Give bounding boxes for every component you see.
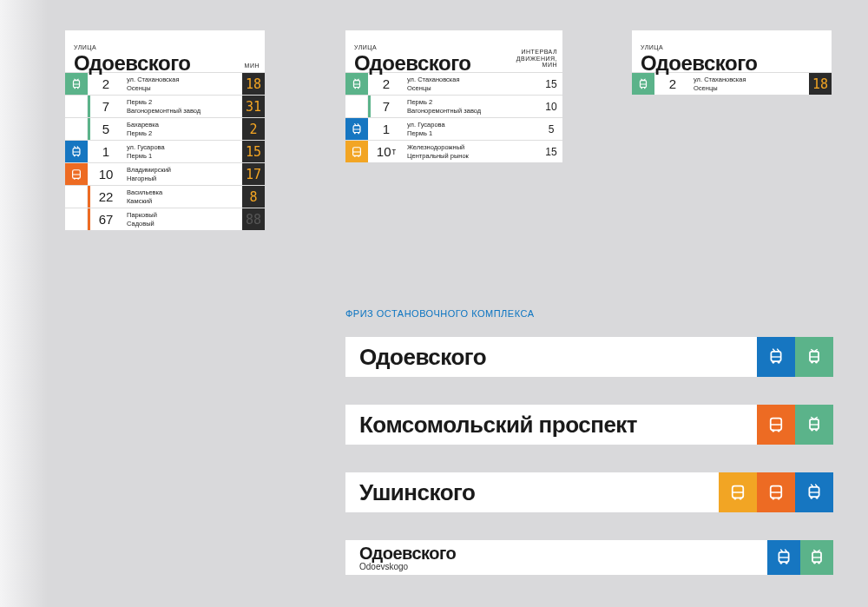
route-type-icon-blank — [65, 186, 88, 208]
route-type-icon-cell — [65, 141, 88, 162]
route-number: 2 — [371, 73, 402, 95]
route-destinations: ВасильевкаКамский — [122, 186, 242, 208]
trolley-icon — [351, 123, 363, 135]
tram-icon — [806, 416, 823, 433]
trolley-icon — [775, 549, 792, 566]
route-number: 22 — [90, 186, 122, 208]
route-destinations: ул. ГусароваПермь 1 — [122, 141, 242, 162]
tram-icon — [806, 348, 823, 366]
arrival-time: 31 — [242, 96, 265, 117]
dest-line-1: ул. Гусарова — [127, 143, 242, 152]
route-destinations: ЖелезнодорожныйЦентральный рынок — [402, 141, 540, 162]
frieze-icon-box — [719, 472, 757, 512]
frieze-title: Одоевского — [359, 544, 767, 564]
dest-line-1: Железнодорожный — [407, 143, 540, 152]
route-row: 10тЖелезнодорожныйЦентральный рынок15 — [345, 140, 562, 162]
route-number-suffix: т — [392, 147, 397, 156]
bus-icon — [351, 146, 363, 158]
route-row: 10ВладимирскийНагорный17 — [65, 162, 265, 185]
frieze-label: Одоевского — [345, 337, 757, 377]
trolley-icon — [767, 348, 785, 366]
route-row: 1ул. ГусароваПермь 15 — [345, 117, 562, 140]
trolley-icon — [70, 146, 82, 158]
arrival-time: 2 — [242, 118, 265, 140]
section-heading-frieze: ФРИЗ ОСТАНОВОЧНОГО КОМПЛЕКСА — [345, 308, 535, 319]
arrival-time: 15 — [540, 141, 562, 162]
route-number: 10т — [371, 141, 402, 162]
bus-icon — [70, 168, 82, 181]
route-row: 2ул. СтахановскаяОсенцы15 — [345, 72, 562, 95]
route-number: 67 — [90, 208, 122, 230]
route-type-icon-cell — [65, 163, 88, 185]
route-row: 7Пермь 2Вагоноремонтный завод10 — [345, 95, 562, 117]
dest-line-2: Центральный рынок — [407, 152, 540, 161]
route-type-icon-blank — [65, 96, 88, 117]
route-number: 5 — [90, 118, 122, 140]
dest-line-1: Парковый — [127, 211, 242, 220]
street-label: УЛИЦА — [74, 44, 96, 50]
street-label: УЛИЦА — [354, 44, 377, 50]
street-label: УЛИЦА — [641, 44, 663, 50]
route-number: 2 — [657, 73, 688, 95]
interval-label: ИНТЕРВАЛ ДВИЖЕНИЯ, МИН — [514, 49, 557, 69]
route-type-icon-blank — [65, 208, 88, 230]
min-label: МИН — [245, 63, 260, 69]
route-type-icon-blank — [345, 96, 368, 117]
dest-line-1: ул. Гусарова — [407, 121, 540, 129]
timetable-panel-1: УЛИЦА Одоевского МИН 2ул. СтахановскаяОс… — [65, 30, 265, 230]
frieze-bar: Комсомольский проспект — [345, 405, 833, 445]
timetable-panel-3: УЛИЦА Одоевского 2ул. СтахановскаяОсенцы… — [632, 30, 832, 95]
dest-line-2: Пермь 1 — [127, 152, 242, 161]
route-destinations: Пермь 2Вагоноремонтный завод — [122, 96, 242, 117]
frieze-title: Одоевского — [359, 344, 757, 371]
route-row: 1ул. ГусароваПермь 115 — [65, 140, 265, 162]
stop-title: Одоевского — [74, 53, 256, 74]
route-destinations: ул. СтахановскаяОсенцы — [688, 73, 809, 95]
frieze-icon-box — [757, 337, 795, 377]
route-row: 2ул. СтахановскаяОсенцы18 — [632, 72, 832, 95]
dest-line-2: Осенцы — [407, 84, 540, 93]
frieze-title: Ушинского — [359, 479, 719, 506]
dest-line-2: Вагоноремонтный завод — [127, 107, 242, 115]
dest-line-2: Пермь 1 — [407, 129, 540, 138]
tram-icon — [808, 549, 825, 566]
bus-icon — [767, 484, 785, 501]
bus-icon — [729, 484, 746, 501]
dest-line-2: Пермь 2 — [127, 129, 242, 138]
route-type-icon-cell — [65, 73, 88, 95]
dest-line-1: Пермь 2 — [407, 98, 540, 107]
tram-icon — [351, 78, 363, 90]
frieze-bar: ОдоевскогоOdoevskogo — [345, 540, 833, 575]
route-number: 1 — [371, 118, 402, 140]
route-destinations: ул. СтахановскаяОсенцы — [122, 73, 242, 95]
dest-line-2: Осенцы — [694, 84, 809, 93]
dest-line-2: Осенцы — [127, 84, 242, 93]
frieze-icon-box — [795, 337, 833, 377]
frieze-bar: Одоевского — [345, 337, 833, 377]
frieze-label: Комсомольский проспект — [345, 405, 757, 445]
dest-line-1: Бахаревка — [127, 121, 242, 129]
dest-line-2: Камский — [127, 197, 242, 206]
route-destinations: ПарковыйСадовый — [122, 208, 242, 230]
route-number: 1 — [90, 141, 122, 162]
arrival-time: 5 — [540, 118, 562, 140]
arrival-time: 10 — [540, 96, 562, 117]
arrival-time: 18 — [242, 73, 265, 95]
arrival-time: 8 — [242, 186, 265, 208]
dest-line-2: Нагорный — [127, 175, 242, 183]
dest-line-2: Вагоноремонтный завод — [407, 107, 540, 115]
frieze-bar: Ушинского — [345, 472, 833, 512]
timetable-panel-2: УЛИЦА Одоевского ИНТЕРВАЛ ДВИЖЕНИЯ, МИН … — [345, 30, 562, 162]
route-row: 22ВасильевкаКамский8 — [65, 185, 265, 208]
dest-line-2: Садовый — [127, 220, 242, 228]
route-row: 2ул. СтахановскаяОсенцы18 — [65, 72, 265, 95]
frieze-icon-box — [795, 472, 833, 512]
route-destinations: ул. СтахановскаяОсенцы — [402, 73, 540, 95]
dest-line-1: Васильевка — [127, 188, 242, 197]
route-row: 7Пермь 2Вагоноремонтный завод31 — [65, 95, 265, 117]
stop-title: Одоевского — [641, 53, 823, 74]
frieze-icon-box — [757, 472, 795, 512]
route-destinations: БахаревкаПермь 2 — [122, 118, 242, 140]
arrival-time: 18 — [809, 73, 832, 95]
frieze-icon-box — [795, 405, 833, 445]
